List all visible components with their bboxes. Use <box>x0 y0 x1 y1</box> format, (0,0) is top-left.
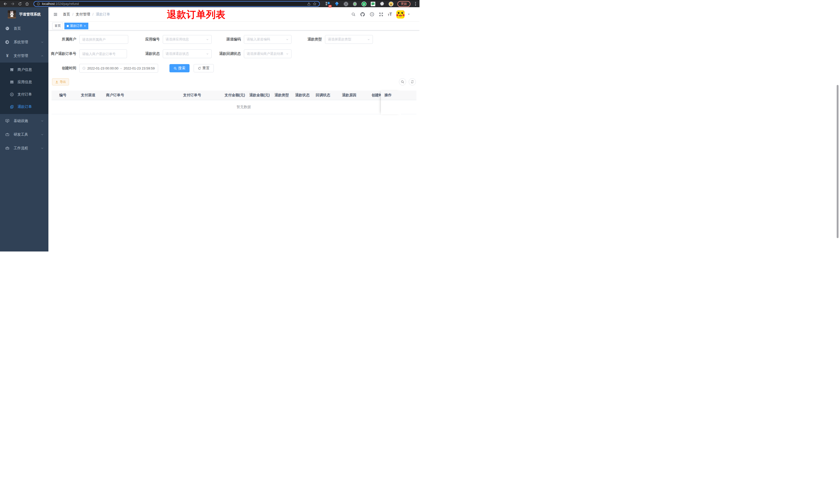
sidebar-item-system[interactable]: 系统管理 <box>0 35 49 49</box>
extension-command-icon[interactable] <box>343 1 349 7</box>
search-icon[interactable] <box>351 12 356 17</box>
channel-select[interactable]: 请输入渠道编码 <box>244 35 291 44</box>
profile-emoji-icon[interactable] <box>388 1 394 7</box>
create-time-range-picker[interactable]: 2022-01-23 00:00:00 - 2022-01-23 23:59:5… <box>79 64 158 73</box>
font-size-icon[interactable]: TT <box>388 12 392 17</box>
sidebar-item-app-info[interactable]: 应用信息 <box>0 76 49 88</box>
site-info-icon[interactable] <box>37 2 40 6</box>
reset-button[interactable]: 重置 <box>194 64 214 72</box>
sidebar-item-label: 退款订单 <box>18 105 32 109</box>
merchant-refund-no-input[interactable] <box>82 52 124 56</box>
refund-status-select[interactable]: 请选择退款状态 <box>163 50 212 58</box>
app-select[interactable]: 请选择应用信息 <box>163 35 212 44</box>
tab-label: 退款订单 <box>70 24 83 28</box>
sidebar-item-label: 首页 <box>14 26 44 31</box>
merchant-input[interactable] <box>82 38 125 41</box>
help-icon[interactable]: ? <box>370 12 374 17</box>
sidebar-item-home[interactable]: 首页 <box>0 22 49 35</box>
tab-home[interactable]: 首页 <box>52 23 63 29</box>
app-logo-rabbit <box>8 10 16 19</box>
fixed-operation-column: 操作 <box>381 91 401 114</box>
navbar: 首页 / 支付管理 / 退款订单 退款订单列表 ? <box>49 7 420 22</box>
filter-label: 创建时间 <box>49 66 79 71</box>
refund-type-select[interactable]: 请选择退款类型 <box>325 35 373 44</box>
extension-tag-assistant-icon[interactable]: 10 <box>325 1 331 7</box>
select-placeholder: 请选择通知商户退款结果 <box>247 52 288 56</box>
documents-icon <box>10 105 14 109</box>
merchant-refund-no-input-box[interactable] <box>79 50 127 58</box>
page-content: 所属商户 应用编号 请选择应用信息 渠道编码 请输入渠道编码 退款类型 请选择退… <box>49 30 420 251</box>
sidebar-item-refund-order[interactable]: 退款订单 <box>0 101 49 113</box>
sidebar-item-dev-tools[interactable]: 研发工具 <box>0 128 49 141</box>
chevron-down-icon <box>206 38 209 41</box>
chevron-down-icon <box>286 53 289 55</box>
sidebar-item-label: 系统管理 <box>14 40 37 44</box>
filter-label: 渠道编码 <box>212 37 244 42</box>
extensions-row: 10 y <box>325 1 394 7</box>
address-bar[interactable]: localhost:1024/pay/refund <box>34 1 320 7</box>
search-button[interactable]: 搜索 <box>169 64 190 72</box>
breadcrumb-separator: / <box>72 12 73 17</box>
browser-update-button[interactable]: 更新 <box>397 1 410 7</box>
filter-label: 应用编号 <box>128 37 163 42</box>
table-toolbar: 导出 <box>52 78 416 86</box>
share-icon[interactable] <box>307 2 311 6</box>
extensions-puzzle-icon[interactable] <box>379 1 385 7</box>
breadcrumb: 首页 / 支付管理 / 退款订单 <box>63 12 110 17</box>
clock-icon <box>82 67 86 70</box>
extension-chat-icon[interactable] <box>370 1 376 7</box>
browser-home-button[interactable] <box>24 1 30 7</box>
sidebar-logo-row[interactable]: 芋道管理系统 <box>0 7 49 22</box>
breadcrumb-payment[interactable]: 支付管理 <box>76 12 90 17</box>
col-pay-order-no: 支付订单号 <box>180 93 222 97</box>
payment-submenu: 商户信息 应用信息 ¥ 支付订单 退款订单 <box>0 62 49 114</box>
avatar-caret-icon[interactable] <box>407 13 410 16</box>
sidebar-item-merchant-info[interactable]: 商户信息 <box>0 64 49 76</box>
sidebar-item-infrastructure[interactable]: 基础设施 <box>0 114 49 128</box>
sidebar: 芋道管理系统 首页 系统管理 ¥ 支付管理 <box>0 7 49 251</box>
github-icon[interactable] <box>360 12 365 17</box>
browser-back-button[interactable] <box>3 1 8 7</box>
tab-refund-order[interactable]: 退款订单 × <box>65 23 88 29</box>
col-pay-amount: 支付金额(元) <box>222 93 247 97</box>
sidebar-item-payment[interactable]: ¥ 支付管理 <box>0 49 49 62</box>
col-id: 编号 <box>52 93 78 97</box>
col-pay-channel: 支付渠道 <box>78 93 104 97</box>
export-button[interactable]: 导出 <box>52 78 69 86</box>
gear-icon <box>5 40 10 44</box>
extension-green-dot-icon[interactable] <box>352 1 358 7</box>
browser-menu-icon[interactable] <box>414 2 417 6</box>
export-button-label: 导出 <box>60 80 66 84</box>
empty-text: 暂无数据 <box>237 105 251 109</box>
filter-label: 退款回调状态 <box>212 52 244 56</box>
yen-icon: ¥ <box>5 54 10 58</box>
tab-close-icon[interactable]: × <box>84 24 86 28</box>
bookmark-star-icon[interactable] <box>313 2 317 6</box>
user-avatar-pikachu[interactable] <box>396 10 405 19</box>
browser-reload-button[interactable] <box>17 1 23 7</box>
sidebar-item-pay-order[interactable]: ¥ 支付订单 <box>0 88 49 101</box>
browser-forward-button[interactable] <box>10 1 15 7</box>
breadcrumb-current: 退款订单 <box>96 12 110 17</box>
chevron-down-icon <box>286 38 289 41</box>
merchant-select[interactable] <box>79 35 128 44</box>
breadcrumb-home[interactable]: 首页 <box>63 12 70 17</box>
toggle-search-button[interactable] <box>399 78 406 86</box>
refresh-button[interactable] <box>409 78 416 86</box>
sidebar-item-workflow[interactable]: 工作流程 <box>0 141 49 155</box>
main-area: 首页 / 支付管理 / 退款订单 退款订单列表 ? <box>49 7 420 251</box>
fullscreen-icon[interactable] <box>379 12 383 17</box>
toolbar-right-actions <box>399 78 416 86</box>
filter-row-3: 创建时间 2022-01-23 00:00:00 - 2022-01-23 23… <box>49 64 420 73</box>
sidebar-collapse-icon[interactable] <box>52 11 59 18</box>
extension-y-icon[interactable]: y <box>361 1 367 7</box>
app-title: 芋道管理系统 <box>19 12 41 17</box>
extension-kite-icon[interactable] <box>334 1 340 7</box>
url-text[interactable]: localhost:1024/pay/refund <box>42 2 79 6</box>
notify-status-select[interactable]: 请选择通知商户退款结果 <box>244 50 291 58</box>
refund-table: 编号 支付渠道 商户订单号 支付订单号 支付金额(元) 退款金额(元) 退款类型… <box>52 91 416 114</box>
chevron-down-icon <box>41 120 44 123</box>
reset-button-label: 重置 <box>202 66 210 71</box>
col-refund-status: 退款状态 <box>292 93 313 97</box>
filter-label: 退款状态 <box>127 52 163 56</box>
